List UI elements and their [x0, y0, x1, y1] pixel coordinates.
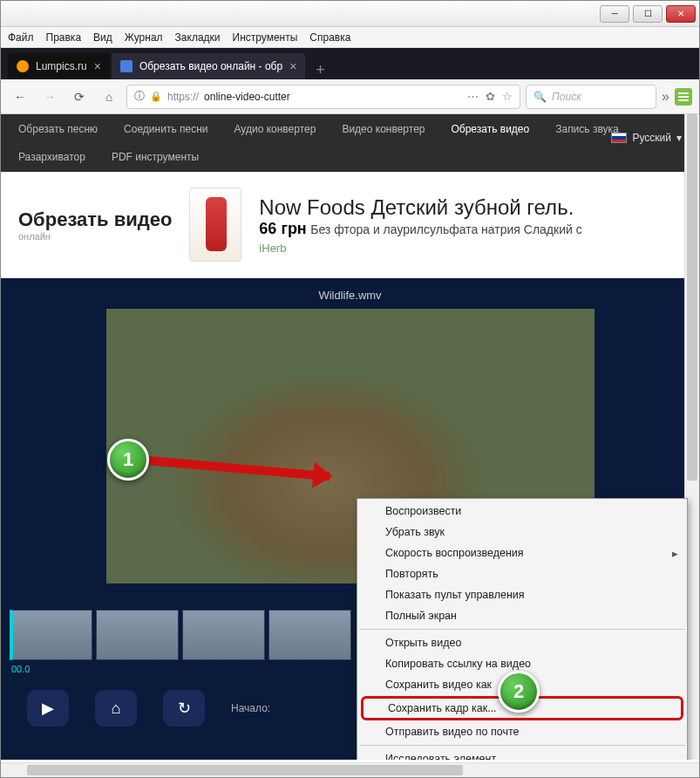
browser-window: ─ ☐ ✕ Файл Правка Вид Журнал Закладки Ин…: [0, 0, 700, 778]
tab-video-cutter[interactable]: Обрезать видео онлайн - обр ×: [112, 53, 305, 79]
cm-speed[interactable]: Скорость воспроизведения: [357, 543, 687, 563]
tab-close-icon[interactable]: ×: [289, 59, 296, 73]
search-box[interactable]: 🔍 Поиск: [526, 85, 656, 109]
rotate-button[interactable]: ↻: [163, 690, 205, 727]
marker-number: 1: [123, 448, 133, 471]
tab-label: Обрезать видео онлайн - обр: [139, 60, 282, 72]
flag-ru-icon: [611, 133, 627, 143]
ad-headline[interactable]: Now Foods Детский зубной гель.: [259, 195, 581, 220]
dropdown-icon[interactable]: ⋯: [467, 90, 479, 103]
timeline-thumb[interactable]: [10, 610, 92, 660]
search-icon: 🔍: [533, 91, 547, 103]
window-titlebar: ─ ☐ ✕: [1, 1, 699, 27]
nav-audio-converter[interactable]: Аудио конвертер: [234, 123, 316, 135]
scrollbar-thumb[interactable]: [687, 114, 697, 481]
bookmark-star-icon[interactable]: ☆: [502, 90, 513, 103]
nav-unzip[interactable]: Разархиватор: [18, 151, 85, 163]
language-label: Русский: [632, 132, 671, 144]
scrollbar-thumb[interactable]: [27, 765, 463, 775]
tab-strip: Lumpics.ru × Обрезать видео онлайн - обр…: [1, 48, 699, 79]
chevron-down-icon: ▾: [676, 132, 682, 144]
reader-icon[interactable]: ✿: [486, 90, 495, 103]
url-text: online-video-cutter: [204, 91, 290, 103]
menu-view[interactable]: Вид: [93, 31, 112, 44]
ad-description: Без фтора и лаурилсульфата натрия Сладки…: [310, 222, 582, 236]
timeline-thumb[interactable]: [96, 610, 179, 660]
cm-fullscreen[interactable]: Полный экран: [357, 605, 687, 626]
timeline-thumb[interactable]: [268, 610, 351, 660]
home-button[interactable]: ⌂: [97, 85, 121, 109]
nav-cut-song[interactable]: Обрезать песню: [18, 123, 98, 135]
horizontal-scrollbar[interactable]: [1, 762, 699, 777]
cm-loop[interactable]: Повторять: [357, 563, 687, 584]
address-bar[interactable]: ⓘ 🔒 https://online-video-cutter ⋯ ✿ ☆: [126, 85, 520, 109]
search-placeholder: Поиск: [552, 91, 581, 103]
app-menubar: Файл Правка Вид Журнал Закладки Инструме…: [1, 27, 699, 48]
header-row: Обрезать видео онлайн Now Foods Детский …: [1, 172, 699, 278]
info-icon[interactable]: ⓘ: [134, 89, 145, 104]
menu-edit[interactable]: Правка: [46, 31, 82, 44]
cm-mute[interactable]: Убрать звук: [357, 522, 687, 543]
menu-history[interactable]: Журнал: [125, 31, 163, 44]
menu-icon[interactable]: [675, 88, 692, 106]
cm-open-video[interactable]: Открыть видео: [357, 632, 687, 653]
cm-play[interactable]: Воспроизвести: [357, 501, 687, 522]
lock-icon: 🔒: [150, 91, 162, 102]
close-window-button[interactable]: ✕: [666, 5, 696, 23]
annotation-marker-1: 1: [107, 439, 149, 481]
page-title: Обрезать видео: [18, 208, 172, 231]
new-tab-button[interactable]: +: [307, 61, 334, 79]
language-selector[interactable]: Русский ▾: [611, 132, 682, 144]
video-filename: Wildlife.wmv: [1, 289, 699, 302]
reload-button[interactable]: ⟳: [67, 85, 92, 109]
back-button[interactable]: ←: [8, 85, 32, 109]
nav-cut-video[interactable]: Обрезать видео: [451, 123, 529, 135]
nav-video-converter[interactable]: Видео конвертер: [342, 123, 425, 135]
cm-show-controls[interactable]: Показать пульт управления: [357, 584, 687, 605]
cm-separator: [359, 629, 685, 630]
url-prefix: https://: [167, 91, 199, 103]
video-context-menu: Воспроизвести Убрать звук Скорость воспр…: [357, 498, 688, 760]
page-content: Обрезать песню Соединить песни Аудио кон…: [1, 114, 699, 760]
nav-record-audio[interactable]: Запись звука: [555, 123, 619, 135]
forward-button[interactable]: →: [37, 85, 62, 109]
site-navigation: Обрезать песню Соединить песни Аудио кон…: [1, 114, 699, 172]
ad-image[interactable]: [189, 188, 241, 262]
cm-inspect[interactable]: Исследовать элемент: [357, 748, 687, 760]
menu-help[interactable]: Справка: [309, 31, 350, 44]
tab-close-icon[interactable]: ×: [94, 59, 101, 73]
maximize-button[interactable]: ☐: [633, 5, 663, 23]
menu-bookmarks[interactable]: Закладки: [175, 31, 221, 44]
menu-file[interactable]: Файл: [8, 31, 34, 44]
timeline-thumb[interactable]: [182, 610, 265, 660]
crop-button[interactable]: ⌂: [95, 690, 137, 727]
marker-number: 2: [513, 680, 524, 703]
cm-email-video[interactable]: Отправить видео по почте: [357, 721, 687, 742]
start-time-label: Начало:: [231, 702, 270, 714]
cm-separator: [359, 745, 685, 746]
favicon-icon: [120, 60, 133, 72]
ad-brand[interactable]: iHerb: [259, 242, 581, 255]
overflow-icon[interactable]: »: [662, 89, 669, 105]
nav-join-songs[interactable]: Соединить песни: [124, 123, 207, 135]
page-subtitle: онлайн: [18, 231, 172, 242]
browser-toolbar: ← → ⟳ ⌂ ⓘ 🔒 https://online-video-cutter …: [1, 79, 699, 114]
tab-label: Lumpics.ru: [36, 60, 87, 72]
menu-tools[interactable]: Инструменты: [233, 31, 298, 44]
tab-lumpics[interactable]: Lumpics.ru ×: [8, 53, 110, 79]
play-button[interactable]: ▶: [27, 690, 69, 727]
annotation-marker-2: 2: [498, 671, 540, 713]
ad-price: 66 грн: [259, 220, 306, 237]
favicon-icon: [17, 60, 29, 72]
minimize-button[interactable]: ─: [600, 5, 629, 23]
nav-pdf-tools[interactable]: PDF инструменты: [112, 151, 199, 163]
